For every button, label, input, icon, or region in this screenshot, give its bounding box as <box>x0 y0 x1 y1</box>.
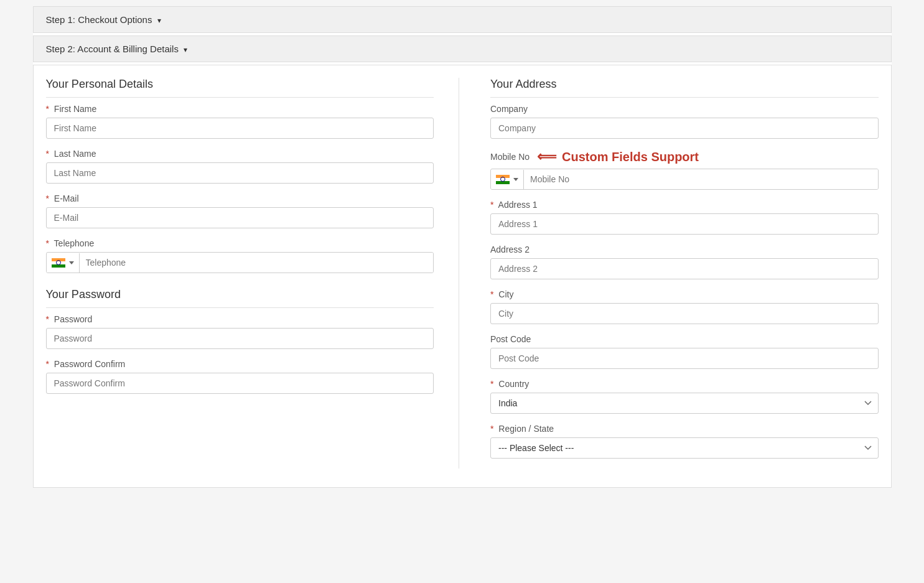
password-title: Your Password <box>46 288 434 308</box>
region-group: * Region / State --- Please Select --- <box>490 424 879 459</box>
address1-label: * Address 1 <box>490 200 879 210</box>
email-required: * <box>46 194 49 203</box>
mobile-no-input[interactable] <box>524 169 878 189</box>
first-name-group: * First Name <box>46 104 434 139</box>
password-label: * Password <box>46 314 434 324</box>
password-confirm-label: * Password Confirm <box>46 359 434 369</box>
mobile-flag-button[interactable] <box>491 170 524 189</box>
telephone-required: * <box>46 238 49 248</box>
step1-arrow-icon: ▾ <box>157 16 161 25</box>
last-name-input[interactable] <box>46 162 434 184</box>
address2-group: Address 2 <box>490 245 879 279</box>
first-name-label: * First Name <box>46 104 434 114</box>
password-required: * <box>46 314 49 324</box>
mobile-no-label-row: Mobile No ⟸ Custom Fields Support <box>490 149 879 165</box>
country-required: * <box>490 379 493 389</box>
last-name-required: * <box>46 149 49 159</box>
address-title: Your Address <box>490 78 879 98</box>
first-name-required: * <box>46 104 49 114</box>
country-select[interactable]: India <box>490 393 879 414</box>
country-group: * Country India <box>490 379 879 414</box>
password-group: * Password <box>46 314 434 349</box>
address1-group: * Address 1 <box>490 200 879 235</box>
email-input[interactable] <box>46 207 434 228</box>
address1-input[interactable] <box>490 213 879 235</box>
address2-label: Address 2 <box>490 245 879 254</box>
mobile-flag-chevron-icon <box>513 178 518 181</box>
first-name-input[interactable] <box>46 118 434 139</box>
region-required: * <box>490 424 493 434</box>
city-input[interactable] <box>490 303 879 324</box>
postcode-label: Post Code <box>490 334 879 344</box>
mobile-india-flag-icon <box>496 175 510 184</box>
password-confirm-required: * <box>46 359 49 369</box>
step2-label: Step 2: Account & Billing Details <box>46 44 179 54</box>
last-name-group: * Last Name <box>46 149 434 184</box>
personal-details-title: Your Personal Details <box>46 78 434 98</box>
custom-fields-text: Custom Fields Support <box>562 150 699 164</box>
email-label: * E-Mail <box>46 194 434 203</box>
address1-required: * <box>490 200 493 210</box>
telephone-input[interactable] <box>80 253 434 273</box>
password-confirm-input[interactable] <box>46 373 434 394</box>
company-label: Company <box>490 104 879 114</box>
custom-fields-arrow-icon: ⟸ <box>537 149 557 165</box>
mobile-no-label: Mobile No <box>490 152 530 162</box>
telephone-flag-button[interactable] <box>47 253 80 273</box>
city-required: * <box>490 289 493 299</box>
india-flag-icon <box>52 258 65 268</box>
telephone-group: * Telephone <box>46 238 434 273</box>
password-confirm-group: * Password Confirm <box>46 359 434 394</box>
last-name-label: * Last Name <box>46 149 434 159</box>
step1-label: Step 1: Checkout Options <box>46 14 152 25</box>
region-select[interactable]: --- Please Select --- <box>490 437 879 459</box>
step2-header[interactable]: Step 2: Account & Billing Details ▾ <box>33 35 892 62</box>
custom-fields-annotation: ⟸ Custom Fields Support <box>537 149 699 165</box>
address2-input[interactable] <box>490 258 879 279</box>
region-label: * Region / State <box>490 424 879 434</box>
right-column: Your Address Company Mobile No ⟸ Custom … <box>484 78 879 469</box>
left-column: Your Personal Details * First Name * Las… <box>46 78 460 469</box>
city-label: * City <box>490 289 879 299</box>
step2-arrow-icon: ▾ <box>184 45 187 54</box>
mobile-no-group: Mobile No ⟸ Custom Fields Support <box>490 149 879 190</box>
step2-content: Your Personal Details * First Name * Las… <box>33 65 892 488</box>
telephone-phone-wrapper <box>46 252 434 273</box>
country-label: * Country <box>490 379 879 389</box>
telephone-flag-chevron-icon <box>69 261 74 264</box>
password-input[interactable] <box>46 328 434 349</box>
company-group: Company <box>490 104 879 139</box>
step1-header[interactable]: Step 1: Checkout Options ▾ <box>33 6 892 33</box>
email-group: * E-Mail <box>46 194 434 228</box>
postcode-input[interactable] <box>490 348 879 369</box>
mobile-no-phone-wrapper <box>490 169 879 190</box>
telephone-label: * Telephone <box>46 238 434 248</box>
password-section: Your Password * Password * Password <box>46 288 434 394</box>
company-input[interactable] <box>490 118 879 139</box>
city-group: * City <box>490 289 879 324</box>
postcode-group: Post Code <box>490 334 879 369</box>
